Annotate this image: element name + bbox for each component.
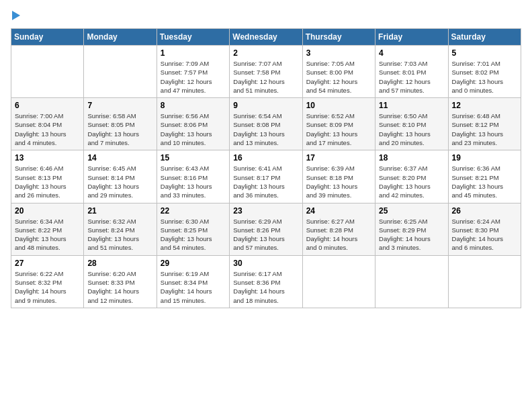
day-detail: Sunrise: 6:41 AMSunset: 8:17 PMDaylight:… [233, 164, 298, 199]
logo [11, 11, 20, 20]
day-number: 26 [452, 206, 517, 216]
day-detail: Sunrise: 6:34 AMSunset: 8:22 PMDaylight:… [15, 217, 80, 253]
day-detail: Sunrise: 6:20 AMSunset: 8:33 PMDaylight:… [87, 269, 152, 305]
day-number: 30 [233, 259, 298, 268]
day-detail: Sunrise: 7:03 AMSunset: 8:01 PMDaylight:… [379, 59, 444, 95]
day-number: 9 [233, 101, 298, 110]
calendar-cell: 20Sunrise: 6:34 AMSunset: 8:22 PMDayligh… [11, 203, 84, 255]
calendar-cell: 26Sunrise: 6:24 AMSunset: 8:30 PMDayligh… [448, 203, 521, 255]
day-number: 1 [161, 48, 226, 58]
day-detail: Sunrise: 6:25 AMSunset: 8:29 PMDaylight:… [379, 217, 444, 253]
day-detail: Sunrise: 6:56 AMSunset: 8:06 PMDaylight:… [161, 111, 226, 147]
day-number: 16 [233, 153, 298, 163]
calendar-week-row: 13Sunrise: 6:46 AMSunset: 8:13 PMDayligh… [11, 150, 521, 203]
calendar-cell: 15Sunrise: 6:43 AMSunset: 8:16 PMDayligh… [157, 150, 229, 203]
calendar-week-row: 20Sunrise: 6:34 AMSunset: 8:22 PMDayligh… [11, 203, 521, 255]
day-number: 23 [233, 206, 298, 216]
calendar-cell: 24Sunrise: 6:27 AMSunset: 8:28 PMDayligh… [302, 203, 375, 255]
day-detail: Sunrise: 7:05 AMSunset: 8:00 PMDaylight:… [306, 59, 371, 95]
day-detail: Sunrise: 6:58 AMSunset: 8:05 PMDaylight:… [87, 111, 152, 147]
day-detail: Sunrise: 6:50 AMSunset: 8:10 PMDaylight:… [379, 111, 444, 147]
day-detail: Sunrise: 7:09 AMSunset: 7:57 PMDaylight:… [161, 59, 226, 95]
day-number: 19 [452, 153, 517, 163]
day-number: 3 [306, 48, 371, 58]
day-number: 22 [161, 206, 226, 216]
day-of-week-header: Friday [375, 29, 448, 46]
calendar-cell: 21Sunrise: 6:32 AMSunset: 8:24 PMDayligh… [84, 203, 157, 255]
day-number: 25 [379, 206, 444, 216]
day-detail: Sunrise: 6:39 AMSunset: 8:18 PMDaylight:… [306, 164, 371, 199]
calendar-header-row: SundayMondayTuesdayWednesdayThursdayFrid… [11, 29, 521, 46]
day-number: 4 [379, 48, 444, 58]
day-detail: Sunrise: 6:45 AMSunset: 8:14 PMDaylight:… [87, 164, 152, 199]
day-number: 20 [15, 206, 80, 216]
calendar-cell [375, 255, 448, 308]
day-number: 12 [452, 101, 517, 110]
calendar-cell: 2Sunrise: 7:07 AMSunset: 7:58 PMDaylight… [230, 46, 302, 98]
calendar-cell: 29Sunrise: 6:19 AMSunset: 8:34 PMDayligh… [157, 255, 229, 308]
calendar-cell: 4Sunrise: 7:03 AMSunset: 8:01 PMDaylight… [375, 46, 448, 98]
day-number: 10 [306, 101, 371, 110]
day-number: 17 [306, 153, 371, 163]
calendar-cell [448, 255, 521, 308]
calendar-cell: 14Sunrise: 6:45 AMSunset: 8:14 PMDayligh… [84, 150, 157, 203]
day-number: 8 [161, 101, 226, 110]
calendar-cell: 18Sunrise: 6:37 AMSunset: 8:20 PMDayligh… [375, 150, 448, 203]
calendar-cell [302, 255, 375, 308]
day-detail: Sunrise: 6:32 AMSunset: 8:24 PMDaylight:… [87, 217, 152, 253]
calendar-week-row: 6Sunrise: 7:00 AMSunset: 8:04 PMDaylight… [11, 98, 521, 150]
page-header [11, 11, 521, 20]
day-detail: Sunrise: 7:01 AMSunset: 8:02 PMDaylight:… [452, 59, 517, 95]
logo-arrow-icon [12, 11, 20, 20]
day-detail: Sunrise: 6:43 AMSunset: 8:16 PMDaylight:… [161, 164, 226, 199]
calendar-cell: 27Sunrise: 6:22 AMSunset: 8:32 PMDayligh… [11, 255, 84, 308]
day-number: 7 [87, 101, 152, 110]
calendar-cell: 13Sunrise: 6:46 AMSunset: 8:13 PMDayligh… [11, 150, 84, 203]
day-detail: Sunrise: 6:30 AMSunset: 8:25 PMDaylight:… [161, 217, 226, 253]
day-detail: Sunrise: 6:36 AMSunset: 8:21 PMDaylight:… [452, 164, 517, 199]
calendar-cell: 16Sunrise: 6:41 AMSunset: 8:17 PMDayligh… [230, 150, 302, 203]
calendar-cell: 10Sunrise: 6:52 AMSunset: 8:09 PMDayligh… [302, 98, 375, 150]
day-of-week-header: Wednesday [230, 29, 302, 46]
day-number: 21 [87, 206, 152, 216]
day-of-week-header: Thursday [302, 29, 375, 46]
day-detail: Sunrise: 6:52 AMSunset: 8:09 PMDaylight:… [306, 111, 371, 147]
calendar-week-row: 1Sunrise: 7:09 AMSunset: 7:57 PMDaylight… [11, 46, 521, 98]
day-of-week-header: Monday [84, 29, 157, 46]
day-detail: Sunrise: 6:17 AMSunset: 8:36 PMDaylight:… [233, 269, 298, 305]
day-number: 11 [379, 101, 444, 110]
calendar-cell: 25Sunrise: 6:25 AMSunset: 8:29 PMDayligh… [375, 203, 448, 255]
day-of-week-header: Tuesday [157, 29, 229, 46]
day-detail: Sunrise: 6:24 AMSunset: 8:30 PMDaylight:… [452, 217, 517, 253]
day-detail: Sunrise: 6:46 AMSunset: 8:13 PMDaylight:… [15, 164, 80, 199]
calendar-cell: 11Sunrise: 6:50 AMSunset: 8:10 PMDayligh… [375, 98, 448, 150]
calendar-cell: 3Sunrise: 7:05 AMSunset: 8:00 PMDaylight… [302, 46, 375, 98]
calendar-cell: 5Sunrise: 7:01 AMSunset: 8:02 PMDaylight… [448, 46, 521, 98]
day-number: 18 [379, 153, 444, 163]
calendar-cell: 17Sunrise: 6:39 AMSunset: 8:18 PMDayligh… [302, 150, 375, 203]
day-detail: Sunrise: 6:29 AMSunset: 8:26 PMDaylight:… [233, 217, 298, 253]
day-detail: Sunrise: 6:54 AMSunset: 8:08 PMDaylight:… [233, 111, 298, 147]
day-detail: Sunrise: 6:48 AMSunset: 8:12 PMDaylight:… [452, 111, 517, 147]
day-of-week-header: Saturday [448, 29, 521, 46]
calendar-table: SundayMondayTuesdayWednesdayThursdayFrid… [11, 28, 521, 308]
day-detail: Sunrise: 7:00 AMSunset: 8:04 PMDaylight:… [15, 111, 80, 147]
day-detail: Sunrise: 7:07 AMSunset: 7:58 PMDaylight:… [233, 59, 298, 95]
calendar-cell: 30Sunrise: 6:17 AMSunset: 8:36 PMDayligh… [230, 255, 302, 308]
day-number: 15 [161, 153, 226, 163]
day-detail: Sunrise: 6:22 AMSunset: 8:32 PMDaylight:… [15, 269, 80, 305]
calendar-cell: 12Sunrise: 6:48 AMSunset: 8:12 PMDayligh… [448, 98, 521, 150]
day-of-week-header: Sunday [11, 29, 84, 46]
day-number: 13 [15, 153, 80, 163]
day-number: 14 [87, 153, 152, 163]
calendar-cell [11, 46, 84, 98]
day-number: 29 [161, 259, 226, 268]
calendar-cell: 9Sunrise: 6:54 AMSunset: 8:08 PMDaylight… [230, 98, 302, 150]
day-number: 6 [15, 101, 80, 110]
calendar-cell: 22Sunrise: 6:30 AMSunset: 8:25 PMDayligh… [157, 203, 229, 255]
calendar-cell: 23Sunrise: 6:29 AMSunset: 8:26 PMDayligh… [230, 203, 302, 255]
day-number: 27 [15, 259, 80, 268]
day-detail: Sunrise: 6:37 AMSunset: 8:20 PMDaylight:… [379, 164, 444, 199]
day-detail: Sunrise: 6:27 AMSunset: 8:28 PMDaylight:… [306, 217, 371, 253]
calendar-cell [84, 46, 157, 98]
